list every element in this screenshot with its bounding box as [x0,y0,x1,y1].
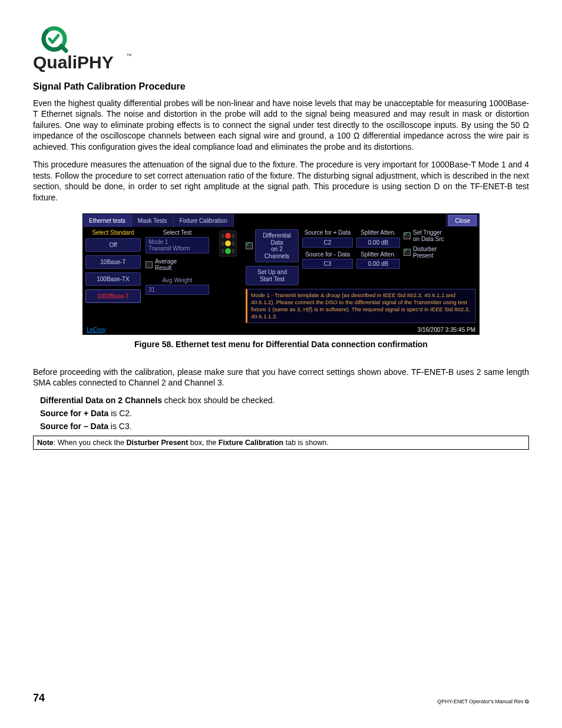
standard-1000base-t-button[interactable]: 1000Base-T [85,289,141,303]
source-pos-data-label: Source for + Data [302,229,353,236]
paragraph-2: This procedure measures the attenuation … [33,159,529,203]
setting-diff-data-rest: check box should be checked. [162,396,275,405]
tab-ethernet-tests[interactable]: Ethernet tests [83,214,132,227]
disturber-present-checkbox[interactable] [404,249,411,256]
logo-phy: PHY [77,52,114,72]
close-button[interactable]: Close [448,215,477,226]
qualiphy-logo: QualiPHY ™ [33,24,529,74]
splitter-atten-1-label: Splitter Atten. [356,229,400,236]
splitter-atten-1-value[interactable]: 0.00 dB [356,238,400,248]
set-trigger-checkbox[interactable] [404,232,411,239]
test-config-panel: Differential Data on 2 Channels Set Up a… [244,227,479,325]
svg-text:QualiPHY: QualiPHY [33,52,114,72]
select-standard-label: Select Standard [85,229,141,236]
svg-text:™: ™ [126,52,132,59]
tab-bar: Ethernet tests Mask Tests Fixture Calibr… [83,214,479,227]
note-bold-2: Fixture Calibration [219,439,283,447]
splitter-atten-2-label: Splitter Atten. [356,251,400,258]
transmit-wform-label: Transmit Wform [148,245,190,252]
footer-doc-rev: G [525,699,529,704]
select-test-label: Select Test [146,229,209,236]
note-text-3: tab is shown. [283,439,328,447]
splitter-atten-2-value[interactable]: 0.00 dB [356,259,400,269]
tab-fixture-calibration[interactable]: Fixture Calibration [174,214,234,227]
standard-100base-tx-button[interactable]: 100Base-TX [85,272,141,286]
source-pos-data-value[interactable]: C2 [302,238,353,248]
setting-source-pos: Source for + Data is C2. [40,409,529,418]
standard-selector-panel: Select Standard Off 10Base-T 100Base-TX … [83,227,143,325]
setting-diff-data-bold: Differential Data on 2 Channels [40,396,162,405]
page-number: 74 [33,692,45,704]
mode-value: Mode 1 [148,239,168,245]
average-result-checkbox[interactable] [146,261,153,268]
paragraph-1: Even the highest quality differential pr… [33,98,529,152]
settings-list: Differential Data on 2 Channels check bo… [40,396,529,431]
mode1-instruction-text: Mode 1 - Transmit template & droop (as d… [246,289,475,323]
setting-source-pos-bold: Source for + Data [40,409,108,418]
setup-start-test-button[interactable]: Set Up and Start Test [246,266,299,285]
page-footer: 74 QPHY-ENET Operator's Manual Rev G [33,692,529,704]
setting-source-neg: Source for – Data is C3. [40,421,529,431]
tab-mask-tests[interactable]: Mask Tests [132,214,174,227]
note-prefix: Note [37,439,54,447]
avg-weight-label: Avg Weight [146,277,209,284]
status-brand: LeCroy [87,327,105,333]
note-text-1: : When you check the [54,439,127,447]
disturber-present-label: Disturber Present [413,246,437,259]
traffic-light-icon [211,227,244,325]
standard-off-button[interactable]: Off [85,238,141,252]
setting-source-neg-bold: Source for – Data [40,421,108,431]
standard-10base-t-button[interactable]: 10Base-T [85,255,141,269]
diff-data-2ch-checkbox[interactable] [246,242,253,249]
svg-line-2 [61,46,66,51]
footer-doc-ref: QPHY-ENET Operator's Manual Rev G [437,699,529,704]
diff-data-2ch-label: Differential Data on 2 Channels [255,229,299,262]
paragraph-3: Before proceeding with the calibration, … [33,367,529,388]
note-text-2: box, the [188,439,218,447]
section-title: Signal Path Calibration Procedure [33,81,529,92]
status-bar: LeCroy 3/16/2007 3:35:45 PM [83,325,479,334]
source-neg-data-label: Source for - Data [302,251,353,258]
tabbar-spacer [234,214,447,227]
average-result-label: Average Result [155,258,177,271]
setting-diff-data: Differential Data on 2 Channels check bo… [40,396,529,405]
setting-source-pos-rest: is C2. [108,409,132,418]
select-test-value[interactable]: Mode 1 Transmit Wform [146,237,209,253]
source-neg-data-value[interactable]: C3 [302,259,353,269]
status-timestamp: 3/16/2007 3:35:45 PM [418,327,475,333]
avg-weight-value[interactable]: 31 [146,285,209,295]
figure-caption: Figure 58. Ethernet test menu for Differ… [33,340,529,349]
note-bold-1: Disturber Present [126,439,188,447]
ethernet-test-window: Ethernet tests Mask Tests Fixture Calibr… [82,213,480,335]
note-box: Note: When you check the Disturber Prese… [33,436,529,450]
footer-doc-text: QPHY-ENET Operator's Manual Rev [437,699,525,704]
logo-quali: Quali [33,52,77,72]
set-trigger-label: Set Trigger on Data Src [413,229,444,242]
setting-source-neg-rest: is C3. [108,421,132,431]
test-select-panel: Select Test Mode 1 Transmit Wform Averag… [143,227,211,325]
figure-58: Ethernet tests Mask Tests Fixture Calibr… [33,213,529,335]
